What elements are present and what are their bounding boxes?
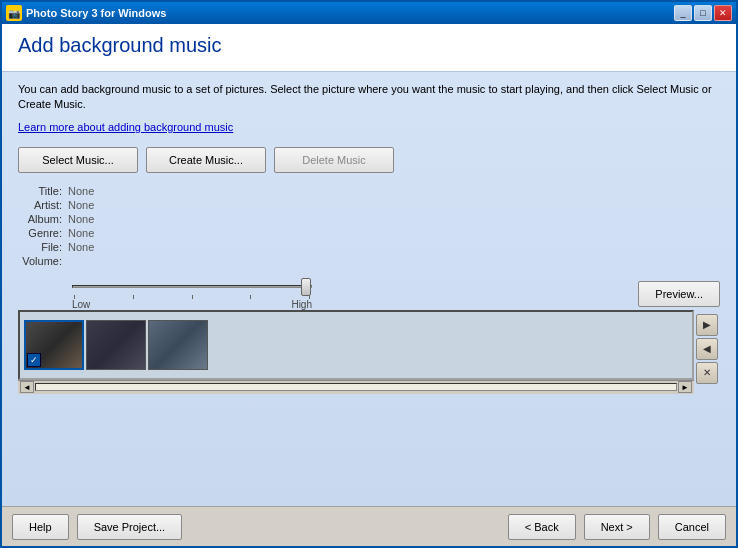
delete-music-button[interactable]: Delete Music xyxy=(274,147,394,173)
album-label: Album: xyxy=(18,213,68,225)
meta-album-row: Album: None xyxy=(18,213,720,225)
header-area: Add background music xyxy=(2,24,736,72)
volume-slider-section: Low High Preview... xyxy=(18,279,720,310)
artist-label: Artist: xyxy=(18,199,68,211)
scroll-left-button[interactable]: ◄ xyxy=(20,381,34,393)
nav-close-button[interactable]: ✕ xyxy=(696,362,718,384)
album-value: None xyxy=(68,213,94,225)
title-value: None xyxy=(68,185,94,197)
nav-right-button[interactable]: ▶ xyxy=(696,314,718,336)
volume-label: Volume: xyxy=(18,255,68,267)
create-music-button[interactable]: Create Music... xyxy=(146,147,266,173)
metadata-section: Title: None Artist: None Album: None Gen… xyxy=(18,185,720,269)
help-button[interactable]: Help xyxy=(12,514,69,540)
cancel-button[interactable]: Cancel xyxy=(658,514,726,540)
minimize-button[interactable]: _ xyxy=(674,5,692,21)
meta-title-row: Title: None xyxy=(18,185,720,197)
back-button[interactable]: < Back xyxy=(508,514,576,540)
close-button[interactable]: ✕ xyxy=(714,5,732,21)
title-bar: 📷 Photo Story 3 for Windows _ □ ✕ xyxy=(2,2,736,24)
filmstrip-outer xyxy=(18,310,694,380)
filmstrip-thumb-2[interactable] xyxy=(86,320,146,370)
meta-volume-row: Volume: xyxy=(18,255,720,267)
learn-more-link[interactable]: Learn more about adding background music xyxy=(18,121,720,133)
check-mark-1 xyxy=(27,353,41,367)
music-buttons-row: Select Music... Create Music... Delete M… xyxy=(18,147,720,173)
page-title: Add background music xyxy=(18,34,720,57)
filmstrip-scrollbar: ◄ ► xyxy=(18,380,694,394)
file-label: File: xyxy=(18,241,68,253)
filmstrip-main: ◄ ► xyxy=(18,310,694,394)
filmstrip-thumb-3[interactable] xyxy=(148,320,208,370)
scroll-right-button[interactable]: ► xyxy=(678,381,692,393)
app-icon: 📷 xyxy=(6,5,22,21)
file-value: None xyxy=(68,241,94,253)
window-controls: _ □ ✕ xyxy=(674,5,732,21)
slider-line xyxy=(72,285,312,288)
footer: Help Save Project... < Back Next > Cance… xyxy=(2,506,736,546)
meta-file-row: File: None xyxy=(18,241,720,253)
filmstrip-wrapper: ◄ ► ▶ ◀ ✕ xyxy=(18,310,720,496)
title-label: Title: xyxy=(18,185,68,197)
save-project-button[interactable]: Save Project... xyxy=(77,514,183,540)
volume-slider-container: Low High xyxy=(72,279,312,310)
genre-value: None xyxy=(68,227,94,239)
meta-genre-row: Genre: None xyxy=(18,227,720,239)
scroll-track[interactable] xyxy=(35,383,677,391)
main-content: Add background music You can add backgro… xyxy=(2,24,736,506)
slider-labels: Low High xyxy=(72,299,312,310)
preview-button[interactable]: Preview... xyxy=(638,281,720,307)
select-music-button[interactable]: Select Music... xyxy=(18,147,138,173)
filmstrip-inner xyxy=(20,312,692,378)
volume-slider-track[interactable] xyxy=(72,279,312,295)
content-area: You can add background music to a set of… xyxy=(2,72,736,506)
slider-thumb[interactable] xyxy=(301,278,311,296)
filmstrip-thumb-1[interactable] xyxy=(24,320,84,370)
thumb-img-3 xyxy=(149,321,207,369)
meta-artist-row: Artist: None xyxy=(18,199,720,211)
description-text: You can add background music to a set of… xyxy=(18,82,720,113)
artist-value: None xyxy=(68,199,94,211)
next-button[interactable]: Next > xyxy=(584,514,650,540)
side-nav: ▶ ◀ ✕ xyxy=(694,310,720,394)
main-window: 📷 Photo Story 3 for Windows _ □ ✕ Add ba… xyxy=(0,0,738,548)
volume-low-label: Low xyxy=(72,299,90,310)
nav-left-button[interactable]: ◀ xyxy=(696,338,718,360)
maximize-button[interactable]: □ xyxy=(694,5,712,21)
filmstrip-row: ◄ ► ▶ ◀ ✕ xyxy=(18,310,720,394)
window-title: Photo Story 3 for Windows xyxy=(26,7,674,19)
thumb-img-2 xyxy=(87,321,145,369)
genre-label: Genre: xyxy=(18,227,68,239)
volume-high-label: High xyxy=(291,299,312,310)
